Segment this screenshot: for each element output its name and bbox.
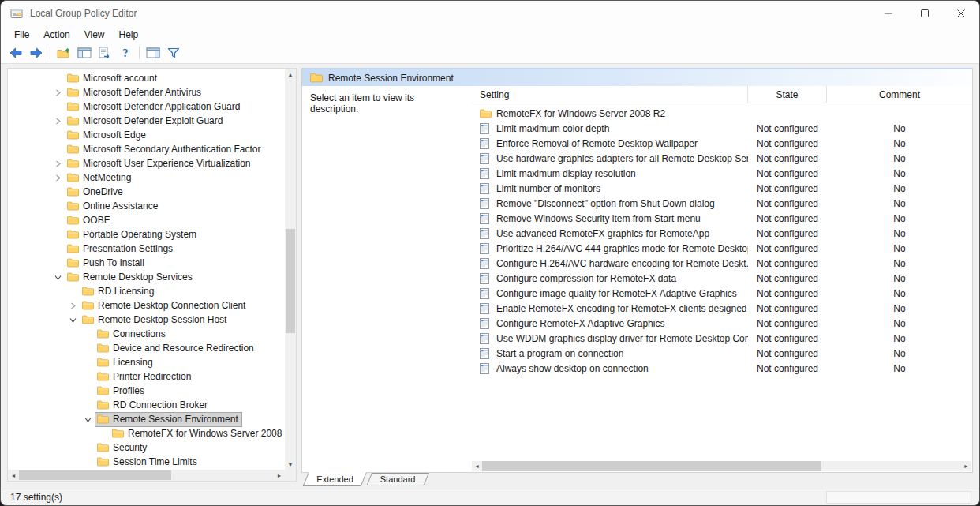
- settings-row[interactable]: Use advanced RemoteFX graphics for Remot…: [472, 226, 972, 241]
- tree-item[interactable]: Microsoft Secondary Authentication Facto…: [8, 142, 284, 156]
- close-button[interactable]: [943, 1, 979, 26]
- scroll-left-button[interactable]: ◄: [472, 461, 482, 471]
- tree-item-core[interactable]: Microsoft User Experience Virtualization: [65, 156, 255, 171]
- setting-cell[interactable]: Remove "Disconnect" option from Shut Dow…: [472, 198, 748, 209]
- tree-item[interactable]: RD Licensing: [8, 284, 284, 298]
- tree-item[interactable]: Online Assistance: [8, 199, 284, 213]
- tree-item[interactable]: Device and Resource Redirection: [8, 341, 284, 355]
- settings-row[interactable]: Prioritize H.264/AVC 444 graphics mode f…: [472, 241, 972, 256]
- tree-item[interactable]: Presentation Settings: [8, 242, 284, 256]
- tree-item[interactable]: Microsoft User Experience Virtualization: [8, 156, 284, 171]
- menu-view[interactable]: View: [77, 28, 112, 42]
- scroll-up-button[interactable]: ▲: [285, 69, 296, 80]
- tree-horizontal-scrollbar[interactable]: ◄ ►: [8, 470, 285, 481]
- tree-item-core[interactable]: Remote Session Environment: [95, 412, 242, 427]
- chevron-right-icon[interactable]: [65, 298, 80, 313]
- settings-row[interactable]: Configure RemoteFX Adaptive GraphicsNot …: [472, 316, 972, 331]
- setting-cell[interactable]: Limit number of monitors: [472, 183, 748, 194]
- chevron-right-icon[interactable]: [50, 171, 65, 185]
- chevron-right-icon[interactable]: [50, 114, 65, 128]
- settings-row[interactable]: Start a program on connectionNot configu…: [472, 346, 972, 361]
- column-header-comment[interactable]: Comment: [827, 86, 972, 103]
- settings-row[interactable]: Use WDDM graphics display driver for Rem…: [472, 331, 972, 346]
- setting-cell[interactable]: Start a program on connection: [472, 348, 748, 359]
- chevron-down-icon[interactable]: [65, 313, 80, 327]
- tree-item-core[interactable]: NetMeeting: [65, 171, 135, 186]
- tree-item[interactable]: Portable Operating System: [8, 227, 284, 242]
- tree-item[interactable]: Microsoft Defender Antivirus: [8, 85, 284, 99]
- scroll-right-button[interactable]: ►: [274, 470, 285, 481]
- scrollbar-thumb[interactable]: [482, 461, 821, 471]
- help-button[interactable]: ?: [115, 44, 136, 62]
- settings-row[interactable]: Configure image quality for RemoteFX Ada…: [472, 286, 972, 301]
- scroll-right-button[interactable]: ►: [961, 461, 971, 471]
- setting-cell[interactable]: Prioritize H.264/AVC 444 graphics mode f…: [472, 243, 748, 254]
- back-button[interactable]: [6, 44, 26, 62]
- tree-item[interactable]: OOBE: [8, 213, 284, 227]
- tree-item[interactable]: Printer Redirection: [8, 369, 284, 384]
- settings-row[interactable]: Remove Windows Security item from Start …: [472, 211, 972, 226]
- setting-cell[interactable]: Configure compression for RemoteFX data: [472, 273, 748, 284]
- show-console-tree-button[interactable]: [74, 44, 95, 62]
- setting-cell[interactable]: Limit maximum color depth: [472, 123, 748, 134]
- tree-item[interactable]: Push To Install: [8, 256, 284, 270]
- tree-item[interactable]: NetMeeting: [8, 171, 284, 185]
- scrollbar-thumb[interactable]: [286, 229, 295, 333]
- up-one-level-button[interactable]: [54, 44, 74, 62]
- tree-item-core[interactable]: Microsoft Defender Exploit Guard: [65, 114, 226, 129]
- tree-item-core[interactable]: RD Connection Broker: [95, 398, 211, 413]
- menu-file[interactable]: File: [7, 28, 36, 42]
- tree-item-core[interactable]: Security: [95, 440, 151, 455]
- menu-help[interactable]: Help: [112, 28, 146, 42]
- tree-item-core[interactable]: Printer Redirection: [95, 369, 195, 384]
- tree-item-core[interactable]: Remote Desktop Connection Client: [80, 298, 249, 313]
- tree-item-core[interactable]: Temporary folders: [95, 469, 193, 470]
- menu-action[interactable]: Action: [36, 28, 77, 42]
- scroll-left-button[interactable]: ◄: [8, 470, 19, 481]
- tree-item[interactable]: RD Connection Broker: [8, 398, 284, 412]
- settings-row[interactable]: Remove "Disconnect" option from Shut Dow…: [472, 196, 972, 211]
- chevron-right-icon[interactable]: [50, 156, 65, 171]
- settings-row[interactable]: Enforce Removal of Remote Desktop Wallpa…: [472, 136, 972, 151]
- tree-item[interactable]: Microsoft account: [8, 71, 284, 85]
- setting-cell[interactable]: Limit maximum display resolution: [472, 168, 748, 179]
- settings-row[interactable]: Always show desktop on connectionNot con…: [472, 361, 972, 376]
- tree-item-core[interactable]: RemoteFX for Windows Server 2008 R2: [110, 426, 284, 441]
- tree-item-core[interactable]: Portable Operating System: [65, 227, 200, 242]
- tree-item[interactable]: Microsoft Edge: [8, 128, 284, 142]
- settings-row[interactable]: Limit number of monitorsNot configuredNo: [472, 181, 972, 196]
- settings-row[interactable]: RemoteFX for Windows Server 2008 R2: [472, 106, 972, 121]
- tree-item-core[interactable]: Profiles: [95, 384, 148, 399]
- tree-item-core[interactable]: Microsoft account: [65, 71, 161, 86]
- tree-item[interactable]: Profiles: [8, 384, 284, 398]
- tree-item[interactable]: Remote Desktop Services: [8, 270, 284, 284]
- setting-cell[interactable]: Always show desktop on connection: [472, 363, 748, 374]
- scroll-down-button[interactable]: ▼: [285, 459, 296, 470]
- chevron-right-icon[interactable]: [50, 85, 65, 99]
- tree-item-core[interactable]: OOBE: [65, 213, 114, 228]
- tree-item-core[interactable]: Licensing: [95, 355, 157, 370]
- tree-item[interactable]: RemoteFX for Windows Server 2008 R2: [8, 426, 284, 440]
- forward-button[interactable]: [26, 44, 47, 62]
- settings-row[interactable]: Configure compression for RemoteFX dataN…: [472, 271, 972, 286]
- setting-cell[interactable]: Use hardware graphics adapters for all R…: [472, 153, 748, 164]
- tree-item[interactable]: Connections: [8, 327, 284, 341]
- settings-row[interactable]: Limit maximum display resolutionNot conf…: [472, 166, 972, 181]
- settings-row[interactable]: Use hardware graphics adapters for all R…: [472, 151, 972, 166]
- list-horizontal-scrollbar[interactable]: ◄ ►: [472, 461, 971, 471]
- tree-item[interactable]: Remote Session Environment: [8, 412, 284, 426]
- tree-item-core[interactable]: Session Time Limits: [95, 455, 201, 470]
- column-header-state[interactable]: State: [748, 86, 827, 103]
- chevron-down-icon[interactable]: [50, 270, 65, 284]
- tree-item-core[interactable]: Connections: [95, 327, 170, 342]
- settings-row[interactable]: Limit maximum color depthNot configuredN…: [472, 121, 972, 136]
- column-header-setting[interactable]: Setting: [472, 86, 748, 103]
- setting-cell[interactable]: Configure H.264/AVC hardware encoding fo…: [472, 258, 748, 269]
- setting-cell[interactable]: Use WDDM graphics display driver for Rem…: [472, 333, 748, 344]
- scrollbar-thumb[interactable]: [19, 470, 171, 480]
- tree-item-core[interactable]: OneDrive: [65, 185, 127, 200]
- tree-item-core[interactable]: Device and Resource Redirection: [95, 341, 258, 356]
- tree-item[interactable]: Security: [8, 440, 284, 455]
- tree-item-core[interactable]: Microsoft Secondary Authentication Facto…: [65, 142, 264, 157]
- tree-item-core[interactable]: Microsoft Defender Application Guard: [65, 99, 244, 114]
